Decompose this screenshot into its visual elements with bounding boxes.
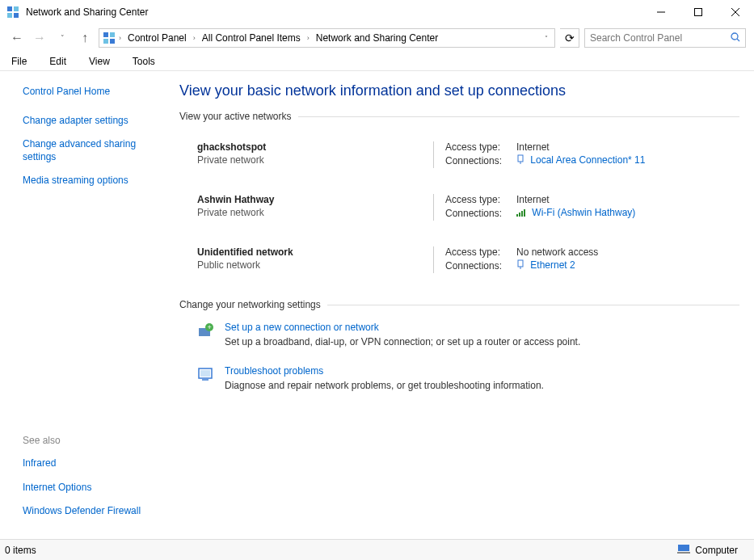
content-area: Control Panel Home Change adapter settin… [0, 71, 754, 539]
connections-label: Connections: [445, 155, 508, 166]
chevron-right-icon[interactable]: › [305, 34, 311, 42]
svg-text:+: + [208, 323, 212, 331]
task-desc: Set up a broadband, dial-up, or VPN conn… [225, 336, 580, 347]
maximize-button[interactable] [680, 0, 717, 24]
seealso-infrared[interactable]: Infrared [23, 457, 158, 470]
chevron-right-icon[interactable]: › [192, 34, 197, 42]
network-name: Ashwin Hathway [197, 194, 433, 205]
status-item-count: 0 items [5, 545, 666, 556]
status-computer[interactable]: Computer [666, 544, 749, 556]
svg-line-13 [737, 39, 739, 41]
breadcrumb-bar[interactable]: › Control Panel › All Control Panel Item… [99, 28, 555, 48]
ethernet-icon [516, 259, 524, 272]
network-type: Public network [197, 259, 433, 271]
sidebar-control-panel-home[interactable]: Control Panel Home [23, 86, 158, 99]
menu-file[interactable]: File [6, 54, 32, 69]
recent-dropdown[interactable]: ˅ [53, 29, 71, 47]
svg-rect-11 [110, 39, 115, 44]
ethernet-icon [516, 154, 524, 166]
menu-view[interactable]: View [84, 54, 115, 69]
connections-label: Connections: [445, 260, 508, 272]
task-link[interactable]: Set up a new connection or network [225, 322, 580, 333]
access-type-value: Internet [516, 194, 550, 205]
status-computer-label: Computer [695, 545, 738, 556]
sidebar-change-adapter-settings[interactable]: Change adapter settings [23, 115, 158, 128]
task-desc: Diagnose and repair network problems, or… [225, 380, 544, 391]
svg-rect-8 [103, 32, 108, 37]
status-bar: 0 items Computer [0, 539, 754, 560]
access-type-value: No network access [516, 246, 598, 258]
refresh-button[interactable]: ⟳ [560, 28, 579, 48]
network-type: Private network [197, 207, 433, 218]
back-button[interactable]: ← [8, 29, 26, 47]
svg-rect-14 [518, 155, 523, 162]
svg-rect-26 [200, 370, 210, 377]
breadcrumb-all-items[interactable]: All Control Panel Items [199, 31, 304, 45]
svg-rect-19 [524, 209, 525, 217]
network-row: Unidentified network Public network Acce… [197, 232, 739, 284]
title-bar: Network and Sharing Center [0, 0, 754, 24]
svg-rect-9 [110, 32, 115, 37]
forward-button[interactable]: → [31, 29, 48, 47]
access-type-label: Access type: [445, 246, 508, 258]
address-bar: ← → ˅ ↑ › Control Panel › All Control Pa… [0, 24, 754, 52]
wifi-icon [516, 208, 526, 219]
menu-edit[interactable]: Edit [44, 54, 71, 69]
troubleshoot-icon [197, 365, 215, 383]
svg-rect-20 [518, 260, 523, 267]
chevron-right-icon[interactable]: › [117, 34, 123, 42]
breadcrumb-current[interactable]: Network and Sharing Center [313, 31, 441, 45]
search-icon[interactable] [731, 32, 740, 44]
active-networks-label: View your active networks [179, 111, 739, 122]
svg-rect-2 [7, 13, 12, 18]
seealso-windows-defender-firewall[interactable]: Windows Defender Firewall [23, 505, 158, 518]
up-button[interactable]: ↑ [76, 29, 94, 47]
svg-rect-10 [103, 39, 108, 44]
minimize-button[interactable] [642, 0, 680, 24]
breadcrumb-control-panel[interactable]: Control Panel [124, 31, 190, 45]
svg-rect-1 [14, 6, 19, 11]
change-settings-label: Change your networking settings [179, 299, 739, 310]
task-setup-connection[interactable]: + Set up a new connection or network Set… [179, 315, 739, 359]
svg-rect-5 [695, 9, 702, 16]
page-title: View your basic network information and … [179, 82, 739, 99]
svg-rect-3 [14, 13, 19, 18]
svg-rect-0 [7, 6, 12, 11]
task-link[interactable]: Troubleshoot problems [225, 365, 544, 377]
see-also-label: See also [23, 435, 158, 446]
menu-tools[interactable]: Tools [128, 54, 160, 69]
svg-rect-28 [678, 545, 689, 551]
connections-label: Connections: [445, 208, 508, 219]
network-name: ghackshotspot [197, 141, 433, 153]
svg-rect-16 [516, 214, 518, 217]
sidebar-change-advanced-sharing[interactable]: Change advanced sharing settings [23, 138, 158, 163]
window-title: Network and Sharing Center [26, 6, 642, 18]
seealso-internet-options[interactable]: Internet Options [23, 482, 158, 495]
network-row: ghackshotspot Private network Access typ… [197, 127, 739, 179]
computer-icon [677, 544, 690, 556]
app-icon [6, 6, 19, 19]
search-box[interactable] [584, 28, 746, 48]
connection-link[interactable]: Ethernet 2 [530, 259, 575, 271]
network-name: Unidentified network [197, 246, 433, 258]
svg-rect-29 [677, 552, 690, 554]
svg-point-12 [731, 33, 738, 40]
connection-link[interactable]: Wi-Fi (Ashwin Hathway) [532, 207, 635, 218]
sidebar-media-streaming-options[interactable]: Media streaming options [23, 175, 158, 187]
close-button[interactable] [717, 0, 754, 24]
menu-bar: File Edit View Tools [0, 52, 754, 71]
network-row: Ashwin Hathway Private network Access ty… [197, 179, 739, 232]
task-troubleshoot[interactable]: Troubleshoot problems Diagnose and repai… [179, 359, 739, 402]
network-type: Private network [197, 154, 433, 166]
connection-link[interactable]: Local Area Connection* 11 [530, 154, 645, 166]
sidebar: Control Panel Home Change adapter settin… [0, 71, 170, 539]
access-type-value: Internet [516, 141, 550, 153]
active-networks-list: ghackshotspot Private network Access typ… [179, 127, 739, 284]
breadcrumb-icon [103, 32, 116, 44]
access-type-label: Access type: [445, 194, 508, 205]
search-input[interactable] [590, 32, 719, 44]
svg-rect-17 [519, 213, 520, 217]
chevron-down-icon[interactable]: ˅ [541, 35, 551, 42]
setup-connection-icon: + [197, 322, 215, 339]
access-type-label: Access type: [445, 141, 508, 153]
